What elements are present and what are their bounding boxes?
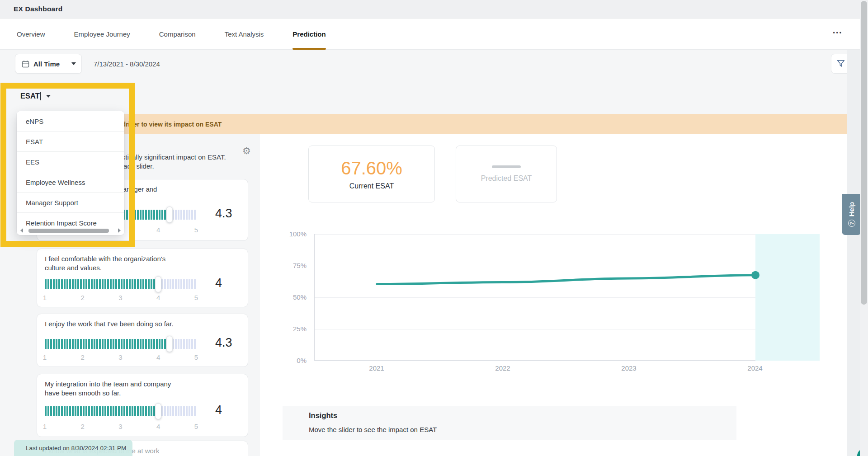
slider-value: 4.3: [215, 336, 232, 350]
more-menu-icon[interactable]: •••: [833, 30, 843, 36]
slider-tick-label: 1: [43, 294, 47, 301]
slider-tick-label: 4: [156, 353, 160, 361]
slider-tick-label: 5: [194, 294, 198, 301]
end-point-marker: [751, 271, 760, 279]
dropdown-horizontal-scrollbar[interactable]: [17, 227, 124, 234]
scroll-left-icon[interactable]: [20, 228, 23, 233]
driver-card: I feel comfortable with the organization…: [37, 249, 248, 307]
x-axis-tick-label: 2024: [747, 364, 762, 372]
dropdown-option-esat[interactable]: ESAT: [17, 132, 124, 152]
driver-question: I feel comfortable with the organization…: [45, 254, 235, 273]
question-mark-icon: ?: [848, 220, 855, 227]
insights-panel: Insights Move the slider to see the impa…: [283, 406, 736, 440]
y-axis-tick-label: 0%: [271, 357, 307, 364]
impact-banner: Move the slider of a driver to view its …: [23, 114, 847, 134]
date-range-text: 7/13/2021 - 8/30/2024: [94, 60, 160, 68]
dropdown-option-employee-wellness[interactable]: Employee Wellness: [17, 172, 124, 193]
chevron-down-icon: [71, 62, 76, 65]
chevron-down-icon: [46, 95, 51, 98]
driver-card: My integration into the team and company…: [37, 374, 248, 437]
y-axis-tick-label: 75%: [271, 262, 307, 269]
slider-tick-label: 5: [194, 353, 198, 361]
gear-icon[interactable]: ⚙: [242, 146, 251, 155]
help-tab-label: Help: [848, 202, 855, 217]
empty-value-dash: [492, 165, 521, 168]
date-filter-label: All Time: [33, 60, 67, 68]
tab-overview[interactable]: Overview: [17, 19, 45, 49]
driver-slider[interactable]: [45, 339, 196, 349]
driver-question: My integration into the team and company…: [45, 380, 235, 398]
driver-card: I enjoy the work that I've been doing so…: [37, 314, 248, 367]
slider-value: 4: [215, 403, 222, 417]
y-axis-tick-label: 50%: [271, 293, 307, 301]
slider-tick-label: 4: [156, 294, 160, 301]
slider-tick-label: 2: [81, 353, 85, 361]
driver-slider[interactable]: [45, 279, 196, 289]
slider-tick-label: 1: [43, 423, 47, 430]
metric-selector[interactable]: ESAT: [20, 92, 51, 100]
last-updated-badge: Last updated on 8/30/2024 02:31 PM: [14, 440, 132, 456]
current-esat-card: 67.60% Current ESAT: [308, 146, 435, 202]
scroll-right-icon[interactable]: [118, 228, 121, 233]
app-title: EX Dashboard: [14, 5, 62, 13]
slider-thumb[interactable]: [155, 403, 161, 419]
date-filter-dropdown[interactable]: All Time: [15, 54, 82, 74]
slider-value: 4: [215, 276, 222, 290]
dropdown-option-manager-support[interactable]: Manager Support: [17, 193, 124, 213]
dropdown-option-enps[interactable]: eNPS: [17, 111, 124, 132]
tab-employee-journey[interactable]: Employee Journey: [74, 19, 130, 49]
tab-prediction[interactable]: Prediction: [292, 19, 326, 49]
slider-tick-label: 4: [156, 226, 160, 234]
driver-question: I enjoy the work that I've been doing so…: [45, 320, 235, 329]
driver-slider[interactable]: [45, 406, 196, 416]
slider-tick-label: 2: [81, 423, 85, 430]
slider-tick-label: 3: [118, 423, 122, 430]
slider-tick-label: 3: [118, 294, 122, 301]
slider-value: 4.3: [215, 207, 232, 221]
metric-dropdown-list: eNPS ESAT EES Employee Wellness Manager …: [17, 111, 124, 235]
content-gutter: [847, 50, 860, 456]
slider-tick-label: 5: [194, 423, 198, 430]
current-esat-value: 67.60%: [341, 158, 402, 179]
slider-thumb[interactable]: [155, 276, 161, 292]
scrollbar-thumb[interactable]: [28, 229, 109, 233]
x-axis-tick-label: 2023: [621, 364, 636, 372]
slider-tick-label: 1: [43, 353, 47, 361]
insights-body: Move the slider to see the impact on ESA…: [309, 426, 437, 433]
slider-thumb[interactable]: [166, 207, 173, 223]
slider-tick-label: 4: [156, 423, 160, 430]
last-updated-text: Last updated on 8/30/2024 02:31 PM: [26, 445, 126, 451]
help-tab[interactable]: ? Help: [842, 194, 861, 235]
slider-thumb[interactable]: [166, 336, 173, 352]
page-scrollbar-thumb[interactable]: [861, 1, 867, 305]
y-axis-tick-label: 100%: [271, 230, 307, 238]
metric-selector-value: ESAT: [20, 92, 40, 100]
tab-bar: Overview Employee Journey Comparison Tex…: [0, 19, 860, 50]
slider-tick-label: 2: [81, 294, 85, 301]
predicted-esat-label: Predicted ESAT: [481, 174, 532, 183]
dropdown-option-ees[interactable]: EES: [17, 152, 124, 172]
current-esat-label: Current ESAT: [349, 182, 394, 190]
y-axis-tick-label: 25%: [271, 325, 307, 333]
text-cursor: [40, 92, 41, 100]
tab-comparison[interactable]: Comparison: [159, 19, 196, 49]
slider-tick-label: 5: [194, 226, 198, 234]
esat-trend-chart: 0%25%50%75%100% 2021202220232024: [271, 226, 836, 377]
app-header: [0, 0, 860, 19]
chart-plot-area: [314, 234, 819, 361]
esat-trend-line: [315, 234, 820, 361]
funnel-icon: [836, 59, 846, 69]
tab-text-analysis[interactable]: Text Analysis: [225, 19, 264, 49]
insights-title: Insights: [309, 411, 337, 420]
predicted-esat-card: Predicted ESAT: [456, 146, 557, 202]
x-axis-tick-label: 2021: [369, 364, 384, 372]
x-axis-tick-label: 2022: [495, 364, 510, 372]
calendar-icon: [22, 60, 29, 68]
slider-tick-label: 3: [118, 353, 122, 361]
